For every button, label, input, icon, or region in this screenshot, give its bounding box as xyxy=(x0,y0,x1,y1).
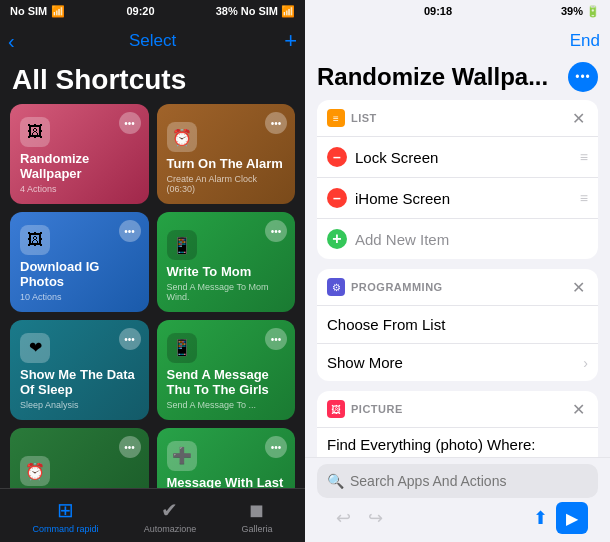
card-title-write-mom: Write To Mom xyxy=(167,264,286,280)
select-label[interactable]: Select xyxy=(129,31,176,51)
list-item-lock-screen[interactable]: – Lock Screen ≡ xyxy=(317,137,598,178)
tab-shortcuts-label: Command rapidi xyxy=(33,524,99,534)
list-section-icon: ≡ xyxy=(327,109,345,127)
chevron-right-icon: › xyxy=(583,355,588,371)
card-title-alarm-on: Turn On The Alarm xyxy=(167,156,286,172)
card-title-message-photo: Message With Last Photo xyxy=(167,475,286,488)
card-more-send-girls[interactable]: ••• xyxy=(265,328,287,350)
left-battery-pct: 38% xyxy=(216,5,238,17)
picture-section-close[interactable]: ✕ xyxy=(568,399,588,419)
card-more-download[interactable]: ••• xyxy=(119,220,141,242)
card-title-sleep: Show Me The Data Of Sleep xyxy=(20,367,139,398)
card-more-write-mom[interactable]: ••• xyxy=(265,220,287,242)
right-time: 09:18 xyxy=(424,5,452,17)
card-subtitle-send-girls: Send A Message To ... xyxy=(167,400,286,410)
tab-automation[interactable]: ✔ Automazione xyxy=(144,498,197,534)
left-status-left: No SIM 📶 xyxy=(10,5,65,18)
right-battery: 39% xyxy=(561,5,583,17)
tab-automation-label: Automazione xyxy=(144,524,197,534)
find-everything-label: Find Everything (photo) Where: xyxy=(327,436,588,453)
card-icon-send-girls: 📱 xyxy=(167,333,197,363)
right-status-bar: 09:18 39% 🔋 xyxy=(305,0,610,22)
shortcut-card-randomize[interactable]: ••• 🖼 Randomize Wallpaper 4 Actions xyxy=(10,104,149,204)
left-wifi2-icon: 📶 xyxy=(281,5,295,18)
picture-section-header: 🖼 PICTURE ✕ xyxy=(317,391,598,428)
gallery-icon: ◼ xyxy=(245,498,269,522)
search-input[interactable] xyxy=(350,473,588,489)
programming-section-card: ⚙ PROGRAMMING ✕ Choose From List Show Mo… xyxy=(317,269,598,381)
shortcut-card-write-mom[interactable]: ••• 📱 Write To Mom Send A Message To Mom… xyxy=(157,212,296,312)
left-status-bar: No SIM 📶 09:20 38% No SIM 📶 xyxy=(0,0,305,22)
redo-button[interactable]: ↪ xyxy=(359,502,391,534)
drag-handle-home-screen[interactable]: ≡ xyxy=(580,190,588,206)
card-icon-write-mom: 📱 xyxy=(167,230,197,260)
show-more-label: Show More xyxy=(327,354,575,371)
card-title-send-girls: Send A Message Thu To The Girls xyxy=(167,367,286,398)
right-toolbar: ↩ ↪ ⬆ ▶ xyxy=(317,498,598,536)
card-subtitle-download: 10 Actions xyxy=(20,292,139,302)
shortcut-card-send-girls[interactable]: ••• 📱 Send A Message Thu To The Girls Se… xyxy=(157,320,296,420)
list-section-header: ≡ LIST ✕ xyxy=(317,100,598,137)
wifi-icon: 📶 xyxy=(51,5,65,18)
card-more-sleep[interactable]: ••• xyxy=(119,328,141,350)
automation-icon: ✔ xyxy=(158,498,182,522)
add-button[interactable]: + xyxy=(284,28,297,54)
left-carrier: No SIM xyxy=(10,5,47,17)
home-screen-label: iHome Screen xyxy=(355,190,572,207)
list-item-home-screen[interactable]: – iHome Screen ≡ xyxy=(317,178,598,219)
search-icon: 🔍 xyxy=(327,473,344,489)
picture-section-icon: 🖼 xyxy=(327,400,345,418)
list-section-close[interactable]: ✕ xyxy=(568,108,588,128)
find-everything-row[interactable]: Find Everything (photo) Where: xyxy=(317,428,598,457)
add-new-item-button[interactable]: + xyxy=(327,229,347,249)
tab-gallery[interactable]: ◼ Galleria xyxy=(241,498,272,534)
programming-section-title: PROGRAMMING xyxy=(351,281,562,293)
shortcut-card-sleep[interactable]: ••• ❤ Show Me The Data Of Sleep Sleep An… xyxy=(10,320,149,420)
list-item-add-new[interactable]: + Add New Item xyxy=(317,219,598,259)
picture-section-card: 🖼 PICTURE ✕ Find Everything (photo) Wher… xyxy=(317,391,598,457)
card-title-randomize: Randomize Wallpaper xyxy=(20,151,139,182)
list-section-title: LIST xyxy=(351,112,562,124)
card-more-alarm-on[interactable]: ••• xyxy=(265,112,287,134)
choose-from-list-row[interactable]: Choose From List xyxy=(317,306,598,344)
more-options-button[interactable]: ••• xyxy=(568,62,598,92)
remove-home-screen-button[interactable]: – xyxy=(327,188,347,208)
add-new-item-label: Add New Item xyxy=(355,231,588,248)
choose-from-list-label: Choose From List xyxy=(327,316,588,333)
play-button[interactable]: ▶ xyxy=(556,502,588,534)
page-title: All Shortcuts xyxy=(0,60,305,104)
end-button[interactable]: End xyxy=(570,31,600,51)
shortcut-card-alarm-off[interactable]: ••• ⏰ Turn Off The Alarm Disaply Alarm C… xyxy=(10,428,149,488)
search-bar: 🔍 xyxy=(317,464,598,498)
left-panel: No SIM 📶 09:20 38% No SIM 📶 ‹ Select + A… xyxy=(0,0,305,542)
card-more-message-photo[interactable]: ••• xyxy=(265,436,287,458)
card-icon-download: 🖼 xyxy=(20,225,50,255)
shortcuts-icon: ⊞ xyxy=(54,498,78,522)
shortcut-card-download[interactable]: ••• 🖼 Download IG Photos 10 Actions xyxy=(10,212,149,312)
tab-gallery-label: Galleria xyxy=(241,524,272,534)
left-carrier2: No SIM xyxy=(241,5,278,17)
undo-button[interactable]: ↩ xyxy=(327,502,359,534)
back-button[interactable]: ‹ xyxy=(8,30,15,53)
right-title-row: Randomize Wallpa... ••• xyxy=(305,60,610,100)
card-subtitle-sleep: Sleep Analysis xyxy=(20,400,139,410)
tab-shortcuts[interactable]: ⊞ Command rapidi xyxy=(33,498,99,534)
card-subtitle-write-mom: Send A Message To Mom Wind. xyxy=(167,282,286,302)
show-more-row[interactable]: Show More › xyxy=(317,344,598,381)
card-icon-sleep: ❤ xyxy=(20,333,50,363)
right-page-title: Randomize Wallpa... xyxy=(317,63,560,91)
card-more-alarm-off[interactable]: ••• xyxy=(119,436,141,458)
shortcut-card-alarm-on[interactable]: ••• ⏰ Turn On The Alarm Create An Alarm … xyxy=(157,104,296,204)
programming-section-close[interactable]: ✕ xyxy=(568,277,588,297)
right-status-right: 39% 🔋 xyxy=(561,5,600,18)
shortcut-card-message-photo[interactable]: ••• ➕ Message With Last Photo 2 Actions xyxy=(157,428,296,488)
drag-handle-lock-screen[interactable]: ≡ xyxy=(580,149,588,165)
list-section-card: ≡ LIST ✕ – Lock Screen ≡ – iHome Screen … xyxy=(317,100,598,259)
card-icon-randomize: 🖼 xyxy=(20,117,50,147)
right-scroll-area: ≡ LIST ✕ – Lock Screen ≡ – iHome Screen … xyxy=(305,100,610,457)
right-nav-bar: End xyxy=(305,22,610,60)
share-button[interactable]: ⬆ xyxy=(524,502,556,534)
shortcuts-grid: ••• 🖼 Randomize Wallpaper 4 Actions ••• … xyxy=(0,104,305,488)
card-more-randomize[interactable]: ••• xyxy=(119,112,141,134)
remove-lock-screen-button[interactable]: – xyxy=(327,147,347,167)
